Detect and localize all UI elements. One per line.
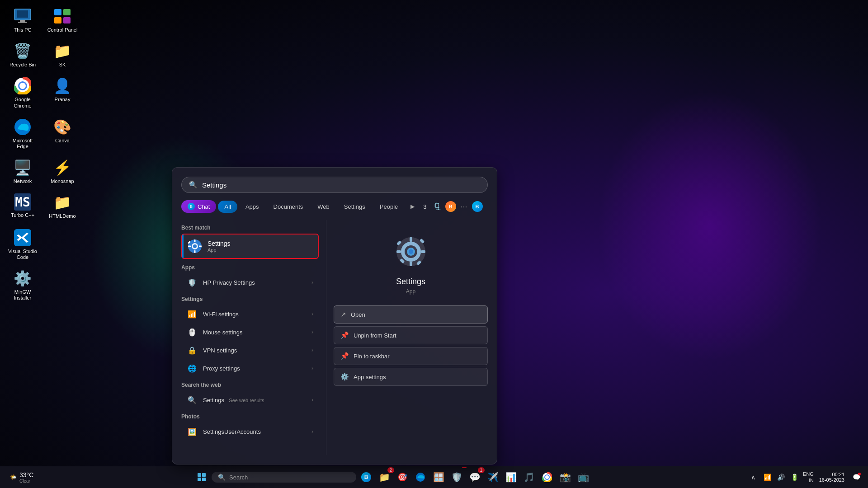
list-item-mouse[interactable]: 🖱️ Mouse settings › xyxy=(181,323,319,341)
taskbar-icon-spotify[interactable]: 🎵 xyxy=(521,469,537,485)
taskbar-right: ∧ 📶 🔊 🔋 ENG IN 00:21 16-05-2023 🗨️ xyxy=(747,471,863,484)
search-input-bar[interactable]: 🔍 xyxy=(181,177,488,193)
best-match-type: App xyxy=(208,247,231,253)
tab-more[interactable]: ··· xyxy=(458,202,470,211)
desktop-icon-sk[interactable]: 📁 SK xyxy=(44,39,80,70)
notification-icon[interactable]: 🗨️ xyxy=(850,471,863,483)
tray-overflow-arrow[interactable]: ∧ xyxy=(747,471,760,483)
search-input[interactable] xyxy=(202,181,480,189)
taskbar-icon-telegram[interactable]: ✈️ xyxy=(485,469,501,485)
tab-chat[interactable]: B Chat xyxy=(181,200,216,213)
svg-rect-6 xyxy=(54,17,61,23)
desktop-icon-chrome[interactable]: Google Chrome xyxy=(5,74,41,111)
search-icon: 🔍 xyxy=(189,181,198,189)
svg-rect-1 xyxy=(17,10,28,18)
desktop-icon-turbo-cpp[interactable]: MS Turbo C++ xyxy=(5,191,41,222)
start-button[interactable] xyxy=(193,469,210,485)
open-label: Open xyxy=(351,311,365,318)
taskbar-icon-chrome2[interactable] xyxy=(539,469,555,485)
open-icon: ↗ xyxy=(340,310,346,319)
best-match-settings[interactable]: Settings App xyxy=(181,234,319,259)
language-indicator[interactable]: ENG IN xyxy=(803,471,814,484)
tray-volume-icon[interactable]: 🔊 xyxy=(775,471,788,483)
desktop-icon-network[interactable]: 🖥️ Network xyxy=(5,156,41,187)
taskbar-clock[interactable]: 00:21 16-05-2023 xyxy=(816,472,848,483)
tab-number: 3 xyxy=(420,203,429,210)
list-item-settings-web[interactable]: 🔍 Settings - See web results › xyxy=(181,391,319,409)
taskbar-icon-app5[interactable]: 📺 xyxy=(575,469,591,485)
list-item-vpn[interactable]: 🔒 VPN settings › xyxy=(181,341,319,359)
tab-apps[interactable]: Apps xyxy=(239,201,265,213)
icon-row-4: Microsoft Edge 🎨 Canva xyxy=(5,115,80,152)
list-item-hp-privacy[interactable]: 🛡️ HP Privacy Settings › xyxy=(181,273,319,291)
action-unpin[interactable]: 📌 Unpin from Start xyxy=(334,326,488,344)
taskbar-icon-antivirus[interactable]: 🛡️ xyxy=(448,469,465,485)
filter-tab-next[interactable]: ▶ xyxy=(406,200,419,213)
taskbar-copilot[interactable]: B xyxy=(358,469,374,485)
svg-point-15 xyxy=(193,244,197,248)
desktop-icon-control-panel[interactable]: Control Panel xyxy=(44,5,80,36)
taskbar-file-explorer[interactable]: 📁 2 xyxy=(376,469,392,485)
action-open[interactable]: ↗ Open xyxy=(334,305,488,324)
svg-rect-25 xyxy=(410,237,412,242)
tab-all[interactable]: All xyxy=(218,201,237,213)
action-app-settings[interactable]: ⚙️ App settings xyxy=(334,368,488,386)
taskbar-icon-app3[interactable]: 📊 xyxy=(503,469,519,485)
tab-settings[interactable]: Settings xyxy=(338,201,372,213)
desktop-icon-network-label: Network xyxy=(14,178,32,184)
svg-rect-27 xyxy=(396,250,401,253)
list-item-settings-user[interactable]: 🖼️ SettingsUserAccounts › xyxy=(181,422,319,441)
taskbar-icon-microsoft-store[interactable]: 🪟 xyxy=(430,469,447,485)
photos-icon: 🖼️ xyxy=(187,426,198,437)
taskbar-icon-app2[interactable]: 💬 1 xyxy=(467,469,483,485)
desktop-icon-monosnap[interactable]: ⚡ Monosnap xyxy=(44,156,80,187)
system-tray: 📶 🔊 🔋 xyxy=(761,471,801,483)
tab-web[interactable]: Web xyxy=(311,201,336,213)
hp-privacy-name: HP Privacy Settings xyxy=(203,279,306,286)
tray-battery-icon[interactable]: 🔋 xyxy=(788,471,801,483)
list-item-proxy[interactable]: 🌐 Proxy settings › xyxy=(181,359,319,377)
menu-content: Best match xyxy=(181,220,488,455)
settings-app-icon xyxy=(188,239,202,253)
search-web-icon: 🔍 xyxy=(187,394,198,405)
desktop-icon-vscode[interactable]: Visual Studio Code xyxy=(5,226,41,263)
taskbar-icon-edge[interactable] xyxy=(412,469,429,485)
unpin-icon: 📌 xyxy=(340,331,349,339)
desktop-icon-this-pc[interactable]: This PC xyxy=(5,5,41,36)
desktop-icon-mingw[interactable]: ⚙️ MinGW Installer xyxy=(5,267,41,304)
icon-row-3: Google Chrome 👤 Pranay xyxy=(5,74,80,111)
region-text: IN xyxy=(803,477,814,483)
tray-network-icon[interactable]: 📶 xyxy=(761,471,774,483)
taskbar-search-text: Search xyxy=(229,474,248,481)
taskbar-icon-app1[interactable]: 🎯 xyxy=(394,469,410,485)
taskbar-search-icon: 🔍 xyxy=(218,474,226,481)
desktop-icon-pranay-label: Pranay xyxy=(55,97,71,103)
pin-taskbar-icon: 📌 xyxy=(340,352,349,360)
proxy-name: Proxy settings xyxy=(203,365,306,372)
action-pin-taskbar[interactable]: 📌 Pin to taskbar xyxy=(334,347,488,365)
desktop-icon-pranay[interactable]: 👤 Pranay xyxy=(44,74,80,111)
clock-time: 00:21 xyxy=(832,472,844,477)
svg-rect-17 xyxy=(194,250,196,253)
svg-rect-26 xyxy=(410,262,412,266)
mouse-icon: 🖱️ xyxy=(187,327,198,338)
weather-widget[interactable]: 🌤️ 33°C Clear xyxy=(5,471,38,483)
list-item-wifi[interactable]: 📶 Wi-Fi settings › xyxy=(181,305,319,323)
weather-icon: 🌤️ xyxy=(10,474,17,480)
icon-row-2: 🗑️ Recycle Bin 📁 SK xyxy=(5,39,80,70)
svg-rect-16 xyxy=(194,239,196,242)
tab-people[interactable]: People xyxy=(373,201,404,213)
desktop-icon-htmldemo[interactable]: 📁 HTMLDemo xyxy=(44,191,80,222)
taskbar-left: 🌤️ 33°C Clear xyxy=(5,471,38,483)
desktop-icon-canva[interactable]: 🎨 Canva xyxy=(44,115,80,152)
chevron-icon-wifi: › xyxy=(311,311,313,317)
taskbar-search[interactable]: 🔍 Search xyxy=(212,472,356,483)
desktop-icon-recycle-bin[interactable]: 🗑️ Recycle Bin xyxy=(5,39,41,70)
svg-point-10 xyxy=(19,83,26,89)
tab-documents[interactable]: Documents xyxy=(267,201,310,213)
desktop-icon-vscode-label: Visual Studio Code xyxy=(7,249,38,260)
start-menu: 🔍 B Chat All Apps Documents Web Settings… xyxy=(172,167,497,465)
taskbar-icon-app4[interactable]: 📸 xyxy=(557,469,573,485)
vpn-name: VPN settings xyxy=(203,347,306,354)
desktop-icon-edge[interactable]: Microsoft Edge xyxy=(5,115,41,152)
